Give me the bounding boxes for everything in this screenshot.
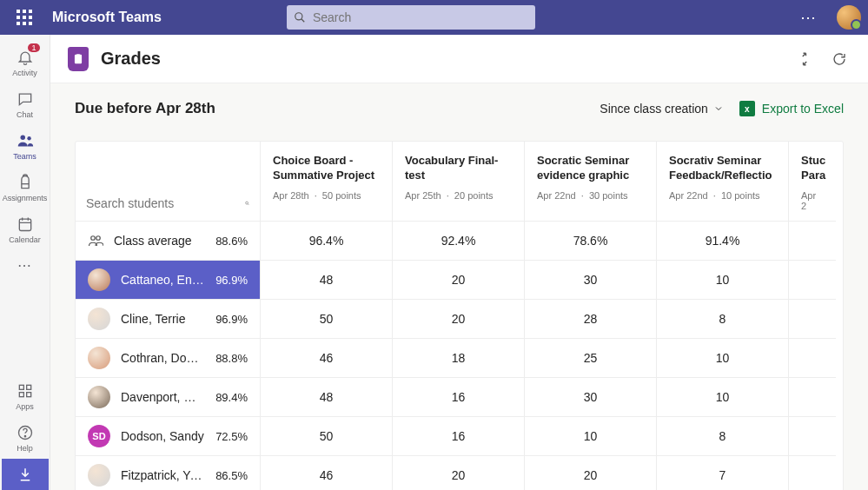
grade-cell[interactable]: 10	[657, 378, 789, 417]
search-icon[interactable]	[245, 196, 249, 210]
assignment-header[interactable]: Vocabulary Final- test Apr 25th · 20 poi…	[393, 142, 525, 222]
rail-activity-label: Activity	[12, 69, 37, 77]
student-avatar	[88, 268, 110, 291]
rail-calendar[interactable]: Calendar	[0, 209, 50, 250]
app-launcher-button[interactable]	[7, 0, 42, 35]
student-average: 88.8%	[215, 352, 248, 365]
grade-cell[interactable]	[789, 417, 836, 456]
student-name: Cattaneo, Enr…	[121, 273, 205, 287]
grade-cell[interactable]: 8	[657, 417, 789, 456]
svg-point-0	[295, 13, 302, 20]
assignment-header[interactable]: Socratic Seminar evidence graphic Apr 22…	[525, 142, 657, 222]
rail-assignments-label: Assignments	[3, 194, 48, 202]
grade-cell[interactable]: 8	[657, 300, 789, 339]
collapse-button[interactable]	[793, 48, 816, 70]
people-icon	[88, 233, 103, 248]
svg-rect-5	[19, 385, 23, 389]
apps-icon	[16, 381, 35, 401]
grade-cell[interactable]	[789, 378, 836, 417]
grade-cell[interactable]: 20	[393, 261, 525, 300]
grade-cell[interactable]	[789, 261, 836, 300]
rail-chat[interactable]: Chat	[0, 83, 50, 125]
grade-cell[interactable]: 10	[657, 261, 789, 300]
svg-rect-4	[19, 219, 30, 230]
grade-cell[interactable]: 46	[261, 456, 393, 490]
grade-cell[interactable]: 48	[261, 261, 393, 300]
student-name: Davenport, M…	[121, 390, 205, 404]
student-avatar: SD	[88, 425, 110, 447]
grade-cell[interactable]: 20	[525, 456, 657, 490]
rail-activity[interactable]: 1 Activity	[0, 42, 50, 83]
rail-assignments[interactable]: Assignments	[0, 167, 50, 209]
top-bar: Microsoft Teams ⋯	[0, 0, 868, 35]
grade-cell[interactable]: 46	[261, 339, 393, 378]
profile-avatar[interactable]	[837, 5, 861, 30]
chat-icon	[16, 89, 35, 109]
assignment-header[interactable]: Stuc Para Apr 2	[789, 142, 836, 222]
more-button[interactable]: ⋯	[792, 8, 826, 27]
grade-cell[interactable]: 50	[261, 300, 393, 339]
grade-cell[interactable]: 7	[657, 456, 789, 490]
more-icon: ⋯	[16, 255, 35, 275]
rail-help[interactable]: Help	[0, 417, 50, 459]
student-row[interactable]: Fitzpatrick, Yo… 86.5%	[76, 456, 261, 490]
svg-rect-7	[19, 393, 23, 397]
grade-cell[interactable]: 30	[525, 261, 657, 300]
grade-cell[interactable]: 18	[393, 339, 525, 378]
rail-apps[interactable]: Apps	[0, 375, 50, 417]
grade-cell[interactable]	[789, 456, 836, 490]
due-title: Due before Apr 28th	[75, 100, 584, 117]
svg-rect-6	[26, 385, 30, 389]
student-average: 96.9%	[215, 313, 248, 326]
assignment-title: Choice Board - Summative Project	[273, 154, 380, 183]
chevron-down-icon	[713, 103, 724, 114]
grade-cell[interactable]: 28	[525, 300, 657, 339]
student-row[interactable]: Cline, Terrie 96.9%	[76, 300, 261, 339]
svg-line-12	[248, 204, 248, 205]
grade-cell[interactable]: 25	[525, 339, 657, 378]
download-button[interactable]	[2, 459, 49, 490]
svg-point-14	[96, 236, 101, 241]
refresh-icon	[832, 51, 847, 67]
class-average-cell: 78.6%	[525, 222, 657, 261]
assignment-header[interactable]: Socrativ Seminar Feedback/Reflectio Apr …	[657, 142, 789, 222]
assignment-title: Socrativ Seminar Feedback/Reflectio	[669, 154, 776, 183]
page-header: Grades	[50, 35, 868, 83]
student-row[interactable]: Davenport, M… 89.4%	[76, 378, 261, 417]
student-average: 86.5%	[215, 469, 248, 482]
grade-cell[interactable]: 10	[657, 339, 789, 378]
search-box[interactable]	[287, 5, 536, 30]
grade-cell[interactable]: 50	[261, 417, 393, 456]
grade-cell[interactable]: 48	[261, 378, 393, 417]
svg-point-13	[91, 236, 96, 241]
grade-cell[interactable]: 16	[393, 417, 525, 456]
export-label: Export to Excel	[762, 102, 844, 116]
student-row[interactable]: Cothran, Dou… 88.8%	[76, 339, 261, 378]
grade-cell[interactable]: 10	[525, 417, 657, 456]
date-filter[interactable]: Since class creation	[600, 102, 724, 116]
grade-cell[interactable]	[789, 300, 836, 339]
student-row[interactable]: Cattaneo, Enr… 96.9%	[76, 261, 261, 300]
rail-help-label: Help	[17, 444, 33, 453]
search-input[interactable]	[313, 10, 529, 24]
grade-cell[interactable]: 16	[393, 378, 525, 417]
student-avatar	[88, 386, 110, 408]
app-rail: 1 Activity Chat Teams Assignments	[0, 35, 50, 490]
student-name: Cothran, Dou…	[121, 351, 205, 365]
student-row[interactable]: SD Dodson, Sandy 72.5%	[76, 417, 261, 456]
export-excel-button[interactable]: x Export to Excel	[739, 101, 844, 116]
assignment-title: Stuc Para	[801, 154, 824, 183]
backpack-icon	[16, 173, 35, 192]
grade-cell[interactable]: 20	[393, 456, 525, 490]
student-name: Fitzpatrick, Yo…	[121, 468, 205, 482]
assignment-header[interactable]: Choice Board - Summative Project Apr 28t…	[261, 142, 393, 222]
rail-more[interactable]: ⋯	[0, 250, 50, 280]
search-students-input[interactable]	[86, 196, 238, 210]
grade-cell[interactable]: 20	[393, 300, 525, 339]
assignment-meta: Apr 25th · 20 points	[405, 190, 512, 201]
grade-cell[interactable]: 30	[525, 378, 657, 417]
rail-teams[interactable]: Teams	[0, 125, 50, 167]
assignment-meta: Apr 22nd · 10 points	[669, 190, 776, 201]
refresh-button[interactable]	[828, 48, 851, 70]
grade-cell[interactable]	[789, 339, 836, 378]
